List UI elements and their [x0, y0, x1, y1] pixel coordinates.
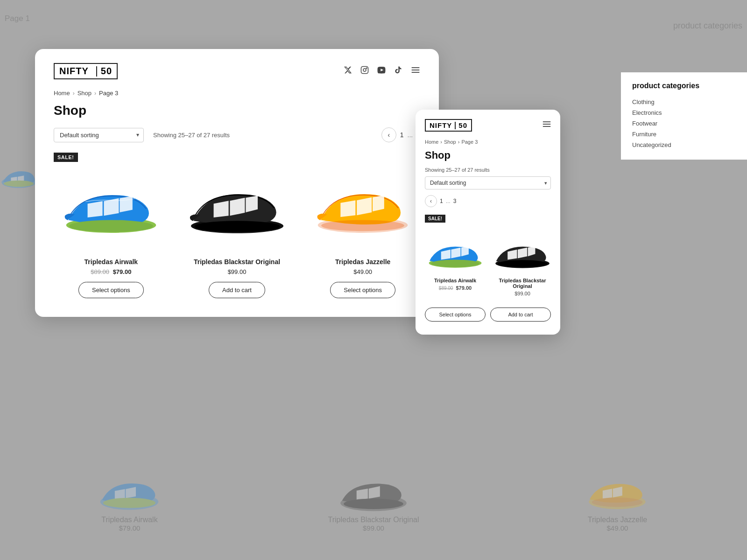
- tiktok-icon[interactable]: [394, 66, 402, 77]
- desktop-pagination: ‹ 1 ... 3: [381, 127, 420, 142]
- youtube-icon[interactable]: [377, 66, 386, 77]
- product-image-jazzelle: [305, 153, 420, 251]
- svg-point-9: [363, 69, 366, 71]
- breadcrumb-sep-2: ›: [94, 90, 96, 97]
- mobile-product-card-blackstar: Tripledas Blackstar Original $99.00: [492, 227, 553, 301]
- mobile-page-number-3[interactable]: 3: [453, 198, 457, 204]
- menu-icon[interactable]: [411, 66, 420, 77]
- mobile-modal-header: NIFTY 50: [425, 119, 551, 132]
- pagination-dots: ...: [408, 131, 413, 139]
- mobile-add-to-cart-button[interactable]: Add to cart: [490, 308, 551, 322]
- sidebar-item-furniture[interactable]: Furniture: [632, 129, 736, 140]
- mobile-select-options-button[interactable]: Select options: [425, 308, 486, 322]
- breadcrumb-sep-1: ›: [73, 90, 75, 97]
- mobile-breadcrumb: Home › Shop › Page 3: [425, 139, 551, 145]
- twitter-icon[interactable]: [344, 66, 352, 77]
- sidebar-item-clothing[interactable]: Clothing: [632, 97, 736, 107]
- product-name-airwalk: Tripledas Airwalk: [85, 258, 138, 266]
- desktop-breadcrumb: Home › Shop › Page 3: [54, 90, 420, 97]
- instagram-icon[interactable]: [360, 66, 369, 77]
- breadcrumb-page: Page 3: [99, 90, 118, 97]
- sidebar-item-uncategorized[interactable]: Uncategorized: [632, 140, 736, 150]
- sidebar-panel: product categories Clothing Electronics …: [621, 72, 747, 160]
- svg-point-7: [592, 497, 643, 507]
- sidebar-category-list: Clothing Electronics Footwear Furniture …: [632, 97, 736, 150]
- product-price-jazzelle: $49.00: [353, 268, 372, 275]
- sale-badge-airwalk: SALE!: [54, 153, 78, 162]
- sidebar-item-electronics[interactable]: Electronics: [632, 107, 736, 118]
- breadcrumb-shop[interactable]: Shop: [78, 90, 92, 97]
- product-card-jazzelle: Tripledas Jazzelle $49.00 Select options: [305, 153, 420, 298]
- mobile-pagination: ‹ 1 ... 3: [425, 195, 551, 207]
- mobile-product-grid: Tripledas Airwalk $89.00 $79.00 Tripleda…: [425, 227, 551, 301]
- price-blackstar: $99.00: [228, 268, 247, 275]
- sidebar-title: product categories: [632, 82, 736, 90]
- results-count: Showing 25–27 of 27 results: [153, 132, 230, 139]
- product-card-blackstar: Tripledas Blackstar Original $99.00 Add …: [180, 153, 295, 298]
- breadcrumb-home[interactable]: Home: [54, 90, 70, 97]
- page-number-1[interactable]: 1: [400, 131, 404, 139]
- price-original-airwalk: $89.00: [91, 268, 109, 275]
- product-name-jazzelle: Tripledas Jazzelle: [335, 258, 390, 266]
- mobile-product-price-airwalk: $89.00 $79.00: [439, 285, 472, 291]
- product-image-airwalk: [54, 153, 169, 251]
- bg-left-shoe: [0, 163, 37, 191]
- bg-bottom-products: Tripledas Airwalk $79.00 Tripledas Black…: [0, 468, 747, 532]
- desktop-modal-header: NIFTY 50: [54, 63, 420, 79]
- svg-point-3: [103, 498, 155, 508]
- mobile-btn-row: Select options Add to cart: [425, 308, 551, 322]
- logo-divider: [96, 66, 97, 77]
- product-card-airwalk: SALE! Tripledas Airwalk $8: [54, 153, 169, 298]
- select-options-airwalk-button[interactable]: Select options: [78, 282, 144, 298]
- svg-point-5: [344, 499, 403, 509]
- mobile-page-title: Shop: [425, 149, 551, 161]
- bg-page-indicator: Page 1: [5, 14, 30, 23]
- svg-point-26: [498, 260, 548, 267]
- sort-select[interactable]: Default sorting Sort by popularity Sort …: [54, 128, 144, 142]
- mobile-sort-wrapper: Default sorting Sort by popularity Sort …: [425, 176, 551, 189]
- header-social-icons: [344, 66, 420, 77]
- svg-point-1: [4, 181, 34, 187]
- desktop-modal: NIFTY 50 Home › Shop › Page: [35, 49, 439, 317]
- product-name-blackstar: Tripledas Blackstar Original: [194, 258, 280, 266]
- mobile-logo-divider: [455, 122, 456, 129]
- mobile-menu-icon[interactable]: [543, 120, 551, 130]
- mobile-product-card-airwalk: Tripledas Airwalk $89.00 $79.00: [425, 227, 486, 301]
- sort-wrapper: Default sorting Sort by popularity Sort …: [54, 128, 144, 142]
- price-jazzelle: $49.00: [353, 268, 372, 275]
- svg-point-24: [431, 260, 479, 267]
- mobile-logo: NIFTY 50: [425, 119, 472, 132]
- svg-point-19: [321, 220, 404, 231]
- mobile-pagination-dots: ...: [446, 198, 451, 204]
- select-options-jazzelle-button[interactable]: Select options: [330, 282, 395, 298]
- mobile-breadcrumb-home[interactable]: Home: [425, 139, 438, 145]
- desktop-product-grid: SALE! Tripledas Airwalk $8: [54, 153, 420, 298]
- product-price-airwalk: $89.00 $79.00: [91, 268, 131, 275]
- bg-categories-title: product categories: [673, 21, 742, 31]
- mobile-sale-badge: SALE!: [425, 215, 445, 223]
- mobile-breadcrumb-page: Page 3: [461, 139, 478, 145]
- sidebar-item-footwear[interactable]: Footwear: [632, 118, 736, 129]
- svg-rect-8: [361, 67, 368, 74]
- mobile-modal: NIFTY 50 Home › Shop › Page 3 Shop Showi…: [416, 110, 560, 335]
- mobile-product-name-blackstar: Tripledas Blackstar Original: [492, 278, 553, 289]
- svg-point-15: [69, 220, 153, 232]
- mobile-sort-select[interactable]: Default sorting Sort by popularity Sort …: [425, 176, 551, 189]
- mobile-prev-page-button[interactable]: ‹: [425, 195, 437, 207]
- prev-page-button[interactable]: ‹: [381, 127, 396, 142]
- mobile-product-price-blackstar: $99.00: [514, 291, 530, 296]
- mobile-page-number-1[interactable]: 1: [440, 198, 443, 204]
- mobile-product-name-airwalk: Tripledas Airwalk: [434, 278, 476, 283]
- product-image-blackstar: [180, 153, 295, 251]
- add-to-cart-blackstar-button[interactable]: Add to cart: [209, 282, 265, 298]
- desktop-toolbar: Default sorting Sort by popularity Sort …: [54, 127, 420, 142]
- price-sale-airwalk: $79.00: [113, 268, 132, 275]
- desktop-logo: NIFTY 50: [54, 63, 118, 79]
- svg-point-10: [366, 68, 367, 69]
- mobile-product-image-airwalk: [425, 227, 486, 274]
- desktop-page-title: Shop: [54, 103, 420, 118]
- product-price-blackstar: $99.00: [228, 268, 247, 275]
- mobile-breadcrumb-shop[interactable]: Shop: [444, 139, 456, 145]
- mobile-results-count: Showing 25–27 of 27 results: [425, 167, 551, 173]
- mobile-product-image-blackstar: [492, 227, 553, 274]
